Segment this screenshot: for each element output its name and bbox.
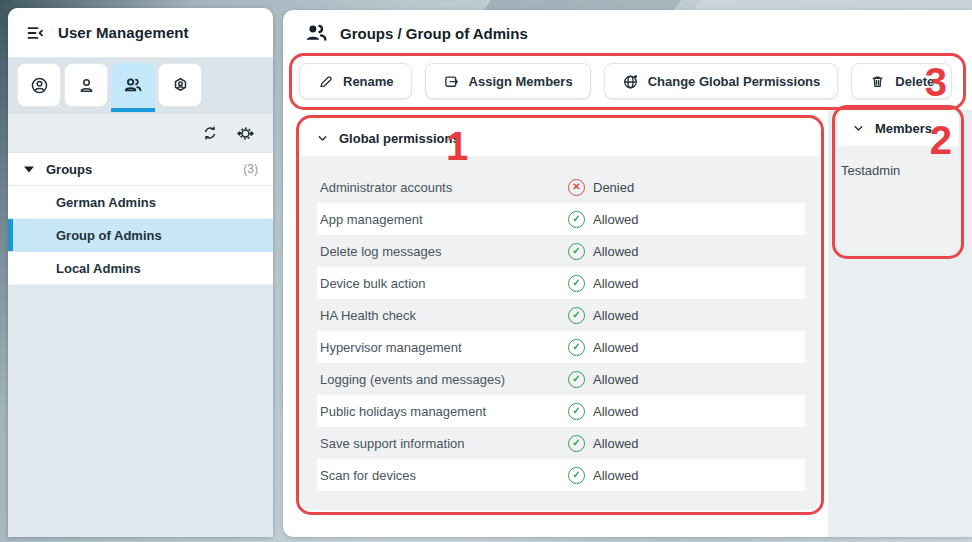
status-text: Allowed [593, 468, 639, 483]
rename-label: Rename [343, 74, 394, 89]
chevron-down-icon [852, 122, 865, 135]
sidebar-action-bar [8, 114, 273, 152]
sync-settings-icon[interactable] [237, 125, 254, 142]
refresh-icon[interactable] [202, 125, 218, 141]
tree-item-local-admins[interactable]: Local Admins [8, 252, 273, 285]
permission-label: App management [320, 212, 568, 227]
status-text: Allowed [593, 340, 639, 355]
permission-label: Administrator accounts [320, 180, 568, 195]
sidebar-header: User Management [8, 8, 273, 58]
users-icon [304, 21, 328, 45]
tab-my-account[interactable] [17, 63, 61, 107]
permission-status: ✓ Allowed [568, 403, 639, 420]
permission-status: ✓ Allowed [568, 371, 639, 388]
allowed-icon: ✓ [568, 467, 585, 484]
chevron-down-icon [316, 132, 329, 145]
members-panel: Members Testadmin [837, 110, 959, 254]
caret-down-icon [23, 164, 35, 174]
status-text: Allowed [593, 436, 639, 451]
status-text: Allowed [593, 276, 639, 291]
permission-rows: Administrator accounts ✕ Denied App mana… [301, 156, 819, 491]
tab-groups[interactable] [111, 63, 155, 107]
tree-item-group-of-admins[interactable]: Group of Admins [8, 219, 273, 252]
delete-button[interactable]: Delete [851, 63, 952, 99]
rename-button[interactable]: Rename [299, 63, 412, 99]
permission-row: Save support information ✓ Allowed [317, 427, 805, 459]
allowed-icon: ✓ [568, 435, 585, 452]
sidebar-title: User Management [58, 24, 189, 41]
sidebar: User Management [8, 8, 273, 537]
tree-group-label: Groups [46, 162, 92, 177]
delete-label: Delete [895, 74, 934, 89]
permission-status: ✓ Allowed [568, 339, 639, 356]
user-icon [77, 76, 96, 95]
users-icon [123, 75, 143, 95]
permission-status: ✓ Allowed [568, 211, 639, 228]
denied-icon: ✕ [568, 179, 585, 196]
permission-label: HA Health check [320, 308, 568, 323]
status-text: Allowed [593, 404, 639, 419]
allowed-icon: ✓ [568, 307, 585, 324]
permission-row: Delete log messages ✓ Allowed [317, 235, 805, 267]
permission-status: ✓ Allowed [568, 243, 639, 260]
member-item-testadmin[interactable]: Testadmin [837, 146, 959, 178]
user-settings-icon [171, 76, 190, 95]
permission-status: ✓ Allowed [568, 467, 639, 484]
permission-label: Logging (events and messages) [320, 372, 568, 387]
sidebar-tabs [8, 58, 273, 114]
status-text: Allowed [593, 212, 639, 227]
tree-group-header[interactable]: Groups (3) [8, 152, 273, 186]
collapse-sidebar-icon[interactable] [25, 23, 45, 43]
assign-members-button[interactable]: Assign Members [425, 63, 591, 99]
permission-label: Device bulk action [320, 276, 568, 291]
permission-row: App management ✓ Allowed [317, 203, 805, 235]
permission-row: Hypervisor management ✓ Allowed [317, 331, 805, 363]
permission-row: Device bulk action ✓ Allowed [317, 267, 805, 299]
permission-label: Delete log messages [320, 244, 568, 259]
permission-label: Hypervisor management [320, 340, 568, 355]
trash-icon [869, 73, 886, 90]
assign-members-label: Assign Members [469, 74, 573, 89]
permission-row: Administrator accounts ✕ Denied [317, 171, 805, 203]
toolbar: Rename Assign Members Change Global Pe [299, 63, 952, 99]
tab-users[interactable] [64, 63, 108, 107]
user-circle-icon [30, 76, 49, 95]
page-header: Groups / Group of Admins [283, 10, 972, 56]
allowed-icon: ✓ [568, 211, 585, 228]
tree-group-count: (3) [243, 162, 258, 176]
permission-row: HA Health check ✓ Allowed [317, 299, 805, 331]
members-header[interactable]: Members [837, 110, 959, 146]
main-panel: Groups / Group of Admins Rename Assign M… [283, 10, 972, 537]
permission-status: ✓ Allowed [568, 435, 639, 452]
permission-status: ✓ Allowed [568, 275, 639, 292]
status-text: Allowed [593, 244, 639, 259]
pencil-icon [317, 73, 334, 90]
permission-label: Save support information [320, 436, 568, 451]
members-title: Members [875, 121, 932, 136]
change-global-permissions-label: Change Global Permissions [648, 74, 821, 89]
allowed-icon: ✓ [568, 243, 585, 260]
permission-row: Scan for devices ✓ Allowed [317, 459, 805, 491]
page-title: Groups / Group of Admins [340, 25, 528, 42]
status-text: Allowed [593, 372, 639, 387]
tab-account-settings[interactable] [158, 63, 202, 107]
permission-status: ✕ Denied [568, 179, 634, 196]
allowed-icon: ✓ [568, 339, 585, 356]
assign-icon [443, 73, 460, 90]
global-permissions-header[interactable]: Global permissions [301, 120, 819, 156]
permission-label: Public holidays management [320, 404, 568, 419]
tree-item-german-admins[interactable]: German Admins [8, 186, 273, 219]
permission-label: Scan for devices [320, 468, 568, 483]
permission-row: Logging (events and messages) ✓ Allowed [317, 363, 805, 395]
status-text: Allowed [593, 308, 639, 323]
status-text: Denied [593, 180, 634, 195]
globe-icon [622, 73, 639, 90]
permission-row: Public holidays management ✓ Allowed [317, 395, 805, 427]
global-permissions-panel: Global permissions Administrator account… [301, 120, 819, 510]
allowed-icon: ✓ [568, 371, 585, 388]
change-global-permissions-button[interactable]: Change Global Permissions [604, 63, 839, 99]
allowed-icon: ✓ [568, 275, 585, 292]
allowed-icon: ✓ [568, 403, 585, 420]
permission-status: ✓ Allowed [568, 307, 639, 324]
global-permissions-title: Global permissions [339, 131, 460, 146]
